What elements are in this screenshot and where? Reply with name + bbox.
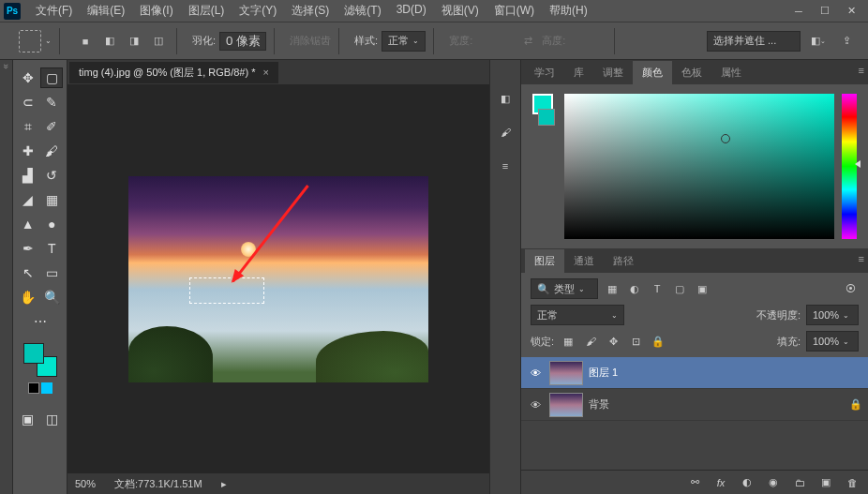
document-tab[interactable]: timg (4).jpg @ 50% (图层 1, RGB/8#) * × (69, 62, 278, 83)
lock-artboard-icon[interactable]: ⊡ (627, 333, 644, 350)
tab-swatches[interactable]: 色板 (672, 61, 711, 84)
path-select-tool[interactable]: ↖ (17, 262, 39, 283)
style-select[interactable]: 正常⌄ (382, 31, 426, 52)
layer-group-icon[interactable]: 🗀 (791, 474, 808, 491)
color-swatches[interactable] (23, 343, 57, 377)
doc-info[interactable]: 文档:773.1K/1.51M (114, 477, 202, 491)
hue-slider[interactable] (842, 94, 857, 239)
text-tool[interactable]: T (41, 238, 64, 259)
minimize-button[interactable]: ─ (786, 2, 812, 21)
selection-new-icon[interactable]: ■ (75, 31, 96, 52)
shape-tool[interactable]: ▭ (41, 262, 64, 283)
hue-cursor[interactable] (855, 160, 861, 168)
layer-item[interactable]: 👁 背景 🔒 (521, 389, 868, 421)
tab-adjust[interactable]: 调整 (593, 61, 633, 84)
menu-view[interactable]: 视图(V) (434, 0, 486, 22)
visibility-toggle-icon[interactable]: 👁 (527, 367, 544, 379)
collapsed-panel-icon-1[interactable]: ◧ (495, 88, 516, 109)
lock-position-icon[interactable]: ✥ (605, 333, 621, 350)
selection-add-icon[interactable]: ◧ (99, 31, 120, 52)
color-cursor[interactable] (721, 134, 730, 143)
fill-input[interactable]: 100%⌄ (806, 331, 859, 352)
blur-tool[interactable]: ▲ (17, 214, 39, 234)
filter-smart-icon[interactable]: ▣ (694, 280, 711, 297)
tab-color[interactable]: 颜色 (633, 61, 672, 84)
swap-colors-icon[interactable] (41, 382, 52, 394)
tab-properties[interactable]: 属性 (711, 61, 751, 84)
tools-collapse-strip[interactable]: » (0, 60, 13, 494)
image-canvas[interactable] (128, 176, 428, 382)
move-tool[interactable]: ✥ (17, 67, 38, 88)
filter-adjust-icon[interactable]: ◐ (626, 280, 643, 297)
menu-edit[interactable]: 编辑(E) (80, 0, 132, 22)
panel-menu-icon[interactable]: ≡ (859, 253, 864, 264)
foreground-color-swatch[interactable] (23, 343, 44, 364)
tool-preset[interactable] (19, 30, 41, 52)
panel-toggle-icon[interactable]: ◧⌄ (808, 31, 829, 52)
filter-image-icon[interactable]: ▦ (604, 280, 621, 297)
menu-image[interactable]: 图像(I) (132, 0, 180, 22)
marquee-tool[interactable]: ▢ (40, 67, 63, 88)
quick-select-tool[interactable]: ✎ (41, 92, 64, 112)
selection-subtract-icon[interactable]: ◨ (124, 31, 144, 52)
lock-pixels-icon[interactable]: 🖌 (582, 333, 599, 350)
lock-all-icon[interactable]: 🔒 (650, 333, 666, 350)
layer-mask-icon[interactable]: ◐ (739, 474, 756, 491)
collapsed-panel-icon-3[interactable]: ≡ (495, 156, 516, 176)
menu-filter[interactable]: 滤镜(T) (337, 0, 388, 22)
stamp-tool[interactable]: ▟ (17, 165, 39, 186)
layer-fx-icon[interactable]: fx (712, 474, 729, 491)
chevron-down-icon[interactable]: ⌄ (45, 37, 52, 45)
menu-window[interactable]: 窗口(W) (486, 0, 542, 22)
close-tab-icon[interactable]: × (262, 67, 268, 78)
tab-library[interactable]: 库 (564, 61, 593, 84)
status-chevron-icon[interactable]: ▸ (221, 478, 227, 490)
collapsed-panel-icon-2[interactable]: 🖌 (495, 122, 516, 142)
color-panel-swatches[interactable] (532, 94, 557, 239)
layer-thumbnail[interactable] (549, 393, 583, 417)
hand-tool[interactable]: ✋ (17, 287, 39, 307)
filter-shape-icon[interactable]: ▢ (671, 280, 688, 297)
adjustment-layer-icon[interactable]: ◉ (765, 474, 782, 491)
menu-help[interactable]: 帮助(H) (542, 0, 595, 22)
menu-3d[interactable]: 3D(D) (389, 0, 434, 22)
maximize-button[interactable]: ☐ (812, 2, 838, 21)
edit-toolbar[interactable]: ⋯ (29, 311, 52, 332)
layer-item[interactable]: 👁 图层 1 (521, 357, 868, 389)
selection-intersect-icon[interactable]: ◫ (148, 31, 169, 52)
dodge-tool[interactable]: ● (41, 214, 64, 234)
visibility-toggle-icon[interactable]: 👁 (527, 399, 544, 411)
eyedropper-tool[interactable]: ✐ (41, 116, 64, 137)
tab-learn[interactable]: 学习 (525, 61, 564, 84)
share-icon[interactable]: ⇪ (836, 31, 857, 52)
link-layers-icon[interactable]: ⚯ (686, 474, 703, 491)
screen-mode-standard[interactable]: ▣ (17, 409, 39, 429)
filter-text-icon[interactable]: T (649, 280, 666, 297)
panel-menu-icon[interactable]: ≡ (859, 65, 864, 76)
select-and-mask-button[interactable]: 选择并遮住 ... (707, 31, 801, 52)
feather-input[interactable] (219, 32, 266, 51)
zoom-level[interactable]: 50% (75, 478, 96, 489)
filter-toggle-icon[interactable]: ⦿ (842, 280, 859, 297)
layer-filter-select[interactable]: 🔍 类型 ⌄ (531, 278, 598, 299)
tab-layers[interactable]: 图层 (525, 249, 564, 273)
tab-channels[interactable]: 通道 (564, 249, 604, 273)
menu-file[interactable]: 文件(F) (28, 0, 80, 22)
history-brush-tool[interactable]: ↺ (41, 165, 64, 186)
healing-tool[interactable]: ✚ (17, 141, 39, 161)
pen-tool[interactable]: ✒ (17, 238, 39, 259)
zoom-tool[interactable]: 🔍 (41, 287, 64, 307)
eraser-tool[interactable]: ◢ (17, 189, 39, 210)
delete-layer-icon[interactable]: 🗑 (844, 474, 861, 491)
blend-mode-select[interactable]: 正常⌄ (531, 305, 624, 325)
lock-transparency-icon[interactable]: ▦ (560, 333, 576, 350)
new-layer-icon[interactable]: ▣ (817, 474, 834, 491)
menu-type[interactable]: 文字(Y) (232, 0, 284, 22)
close-button[interactable]: ✕ (838, 2, 864, 21)
gradient-tool[interactable]: ▦ (41, 189, 64, 210)
layer-name[interactable]: 背景 (589, 397, 609, 412)
canvas-viewport[interactable] (67, 84, 489, 473)
opacity-input[interactable]: 100%⌄ (806, 305, 859, 325)
brush-tool[interactable]: 🖌 (41, 141, 64, 161)
default-colors-icon[interactable] (28, 382, 39, 394)
